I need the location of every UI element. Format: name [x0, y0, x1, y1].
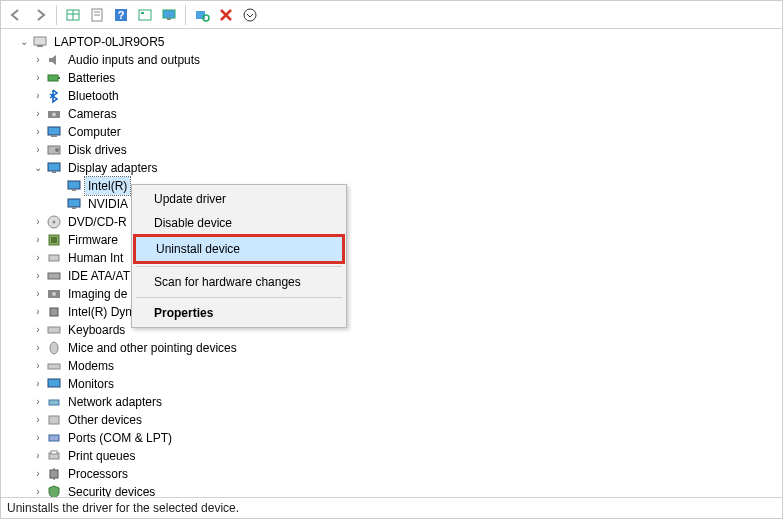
- tree-category[interactable]: › Network adapters: [3, 393, 782, 411]
- modem-icon: [46, 358, 62, 374]
- properties-button[interactable]: [86, 4, 108, 26]
- chevron-right-icon[interactable]: ›: [31, 377, 45, 391]
- grid-icon: [65, 7, 81, 23]
- show-hidden-button[interactable]: [62, 4, 84, 26]
- tree-device-intel[interactable]: Intel(R): [3, 177, 782, 195]
- details-button[interactable]: [134, 4, 156, 26]
- svg-point-14: [244, 9, 256, 21]
- ctx-disable-device[interactable]: Disable device: [134, 211, 344, 235]
- ide-icon: [46, 268, 62, 284]
- port-icon: [46, 430, 62, 446]
- device-tree-container: ⌄ LAPTOP-0LJR9OR5 › Audio inputs and out…: [1, 29, 782, 498]
- svg-rect-48: [51, 451, 57, 454]
- chevron-right-icon[interactable]: ›: [31, 359, 45, 373]
- tree-category[interactable]: › IDE ATA/AT: [3, 267, 782, 285]
- chevron-down-icon[interactable]: ⌄: [31, 161, 45, 175]
- display-icon: [46, 160, 62, 176]
- ctx-properties[interactable]: Properties: [134, 301, 344, 325]
- tree-device-nvidia[interactable]: NVIDIA: [3, 195, 782, 213]
- tree-category[interactable]: › Print queues: [3, 447, 782, 465]
- tree-category[interactable]: › Batteries: [3, 69, 782, 87]
- chevron-right-icon[interactable]: ›: [31, 269, 45, 283]
- status-bar: Uninstalls the driver for the selected d…: [1, 498, 782, 518]
- tree-category[interactable]: › Bluetooth: [3, 87, 782, 105]
- context-menu-separator: [136, 266, 342, 267]
- tree-category[interactable]: › Audio inputs and outputs: [3, 51, 782, 69]
- tree-item-label: Computer: [65, 123, 124, 141]
- tree-item-label: Ports (COM & LPT): [65, 429, 175, 447]
- chevron-right-icon[interactable]: ›: [31, 125, 45, 139]
- forward-button[interactable]: [29, 4, 51, 26]
- back-button[interactable]: [5, 4, 27, 26]
- chevron-right-icon[interactable]: ›: [31, 323, 45, 337]
- chevron-right-icon[interactable]: ›: [31, 485, 45, 497]
- tree-category[interactable]: › Mice and other pointing devices: [3, 339, 782, 357]
- tree-category[interactable]: › Ports (COM & LPT): [3, 429, 782, 447]
- tree-category[interactable]: › Processors: [3, 465, 782, 483]
- svg-rect-34: [51, 237, 57, 243]
- chevron-down-icon[interactable]: ⌄: [17, 35, 31, 49]
- back-icon: [8, 7, 24, 23]
- chevron-right-icon[interactable]: ›: [31, 143, 45, 157]
- tree-category[interactable]: › DVD/CD-R: [3, 213, 782, 231]
- chevron-right-icon[interactable]: ›: [31, 395, 45, 409]
- tree-item-label: Modems: [65, 357, 117, 375]
- tree-category-display-adapters[interactable]: ⌄ Display adapters: [3, 159, 782, 177]
- tree-item-label: Mice and other pointing devices: [65, 339, 240, 357]
- tree-category[interactable]: › Firmware: [3, 231, 782, 249]
- svg-rect-35: [49, 255, 59, 261]
- chevron-right-icon[interactable]: ›: [31, 215, 45, 229]
- tree-category[interactable]: › Intel(R) Dynamic Platform and Thermal …: [3, 303, 782, 321]
- tree-category[interactable]: › Security devices: [3, 483, 782, 497]
- monitor-icon: [46, 376, 62, 392]
- toolbar-separator: [185, 5, 186, 25]
- keyboard-icon: [46, 322, 62, 338]
- chevron-right-icon[interactable]: ›: [31, 71, 45, 85]
- tree-category[interactable]: › Monitors: [3, 375, 782, 393]
- tree-category[interactable]: › Keyboards: [3, 321, 782, 339]
- ctx-uninstall-device[interactable]: Uninstall device: [133, 234, 345, 264]
- monitor-icon: [161, 7, 177, 23]
- chevron-right-icon[interactable]: ›: [31, 107, 45, 121]
- tree-category[interactable]: › Human Int: [3, 249, 782, 267]
- uninstall-button[interactable]: [215, 4, 237, 26]
- svg-rect-43: [48, 379, 60, 387]
- chevron-right-icon[interactable]: ›: [31, 305, 45, 319]
- tree-category[interactable]: › Modems: [3, 357, 782, 375]
- chevron-right-icon[interactable]: ›: [31, 341, 45, 355]
- svg-point-20: [52, 113, 56, 117]
- tree-root[interactable]: ⌄ LAPTOP-0LJR9OR5: [3, 33, 782, 51]
- help-button[interactable]: ?: [110, 4, 132, 26]
- display-icon: [66, 196, 82, 212]
- page-icon: [89, 7, 105, 23]
- tree-category[interactable]: › Computer: [3, 123, 782, 141]
- update-driver-button[interactable]: [158, 4, 180, 26]
- chevron-right-icon[interactable]: ›: [31, 89, 45, 103]
- tree-item-label: Print queues: [65, 447, 138, 465]
- chevron-right-icon[interactable]: ›: [31, 53, 45, 67]
- tree-category[interactable]: › Disk drives: [3, 141, 782, 159]
- svg-rect-44: [49, 400, 59, 405]
- chevron-right-icon[interactable]: ›: [31, 431, 45, 445]
- camera-icon: [46, 106, 62, 122]
- tree-category[interactable]: › Cameras: [3, 105, 782, 123]
- chevron-right-icon[interactable]: ›: [31, 449, 45, 463]
- disk-icon: [46, 142, 62, 158]
- imaging-icon: [46, 286, 62, 302]
- more-button[interactable]: [239, 4, 261, 26]
- svg-rect-26: [52, 171, 56, 173]
- chevron-right-icon[interactable]: ›: [31, 287, 45, 301]
- tree-category[interactable]: › Other devices: [3, 411, 782, 429]
- ctx-update-driver[interactable]: Update driver: [134, 187, 344, 211]
- help-icon: ?: [113, 7, 129, 23]
- tree-category[interactable]: › Imaging de: [3, 285, 782, 303]
- scan-hardware-button[interactable]: [191, 4, 213, 26]
- printer-icon: [46, 448, 62, 464]
- ctx-scan-hardware[interactable]: Scan for hardware changes: [134, 270, 344, 294]
- chevron-right-icon[interactable]: ›: [31, 251, 45, 265]
- device-tree[interactable]: ⌄ LAPTOP-0LJR9OR5 › Audio inputs and out…: [1, 29, 782, 497]
- chevron-right-icon[interactable]: ›: [31, 467, 45, 481]
- chevron-right-icon[interactable]: ›: [31, 413, 45, 427]
- chevron-right-icon[interactable]: ›: [31, 233, 45, 247]
- tree-item-label: Processors: [65, 465, 131, 483]
